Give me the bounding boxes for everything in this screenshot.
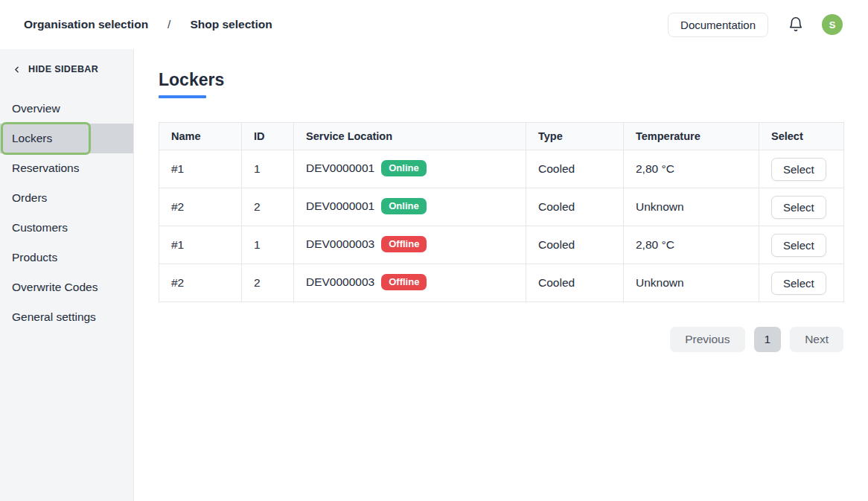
table-row: #1 1 DEV0000001Online Cooled 2,80 °C Sel… bbox=[159, 150, 844, 188]
cell-select: Select bbox=[759, 264, 844, 302]
sidebar-item-general-settings[interactable]: General settings bbox=[0, 302, 133, 332]
cell-name: #1 bbox=[159, 150, 242, 188]
cell-service-location: DEV0000001Online bbox=[294, 150, 526, 188]
chevron-left-icon bbox=[12, 65, 22, 74]
select-button[interactable]: Select bbox=[771, 196, 826, 219]
service-location-text: DEV0000003 bbox=[306, 275, 374, 288]
cell-temperature: 2,80 °C bbox=[624, 150, 759, 188]
sidebar-item-label: Overwrite Codes bbox=[12, 281, 98, 294]
sidebar-item-label: Reservations bbox=[12, 162, 79, 175]
status-badge: Online bbox=[381, 198, 426, 214]
breadcrumb-separator: / bbox=[167, 18, 170, 31]
sidebar-item-label: Lockers bbox=[12, 132, 52, 145]
main-content: Lockers Name ID Service Location Type Te… bbox=[134, 49, 868, 501]
cell-id: 1 bbox=[242, 150, 294, 188]
status-badge: Online bbox=[381, 160, 426, 176]
service-location-text: DEV0000001 bbox=[306, 162, 374, 174]
column-header-type: Type bbox=[526, 123, 624, 150]
cell-select: Select bbox=[759, 188, 844, 226]
column-header-service-location: Service Location bbox=[294, 123, 526, 150]
title-underline bbox=[159, 95, 206, 98]
cell-name: #2 bbox=[159, 264, 242, 302]
current-page-button[interactable]: 1 bbox=[754, 327, 782, 352]
avatar[interactable]: S bbox=[822, 14, 843, 35]
sidebar-item-label: General settings bbox=[12, 310, 96, 324]
cell-select: Select bbox=[759, 150, 844, 188]
status-badge: Offline bbox=[381, 274, 427, 290]
breadcrumb-organisation-selection[interactable]: Organisation selection bbox=[24, 18, 148, 31]
column-header-id: ID bbox=[242, 123, 294, 150]
breadcrumb: Organisation selection / Shop selection bbox=[24, 18, 272, 31]
breadcrumb-shop-selection[interactable]: Shop selection bbox=[190, 18, 272, 31]
cell-id: 1 bbox=[242, 226, 294, 264]
cell-temperature: Unknown bbox=[624, 264, 759, 302]
sidebar-item-lockers[interactable]: Lockers bbox=[0, 124, 133, 153]
top-bar: Organisation selection / Shop selection … bbox=[0, 0, 868, 49]
select-button[interactable]: Select bbox=[771, 272, 826, 295]
cell-name: #2 bbox=[159, 188, 242, 226]
cell-id: 2 bbox=[242, 188, 294, 226]
hide-sidebar-label: HIDE SIDEBAR bbox=[28, 64, 98, 74]
sidebar: HIDE SIDEBAR Overview Lockers Reservatio… bbox=[0, 49, 134, 501]
sidebar-item-orders[interactable]: Orders bbox=[0, 183, 133, 213]
cell-id: 2 bbox=[242, 264, 294, 302]
column-header-temperature: Temperature bbox=[624, 123, 759, 150]
notification-bell-button[interactable] bbox=[788, 16, 804, 33]
column-header-select: Select bbox=[759, 123, 844, 150]
status-badge: Offline bbox=[381, 236, 427, 252]
sidebar-item-label: Orders bbox=[12, 191, 47, 205]
table-row: #2 2 DEV0000003Offline Cooled Unknown Se… bbox=[159, 264, 844, 302]
sidebar-item-label: Products bbox=[12, 251, 57, 264]
page-title: Lockers bbox=[159, 70, 844, 90]
cell-name: #1 bbox=[159, 226, 242, 264]
sidebar-item-reservations[interactable]: Reservations bbox=[0, 153, 133, 183]
select-button[interactable]: Select bbox=[771, 158, 826, 181]
documentation-button[interactable]: Documentation bbox=[668, 13, 768, 37]
sidebar-item-customers[interactable]: Customers bbox=[0, 213, 133, 243]
next-page-button[interactable]: Next bbox=[790, 327, 843, 352]
cell-temperature: Unknown bbox=[624, 188, 759, 226]
service-location-text: DEV0000003 bbox=[306, 237, 374, 250]
service-location-text: DEV0000001 bbox=[306, 200, 374, 212]
table-header-row: Name ID Service Location Type Temperatur… bbox=[159, 123, 844, 150]
cell-type: Cooled bbox=[526, 188, 624, 226]
cell-service-location: DEV0000001Online bbox=[294, 188, 526, 226]
column-header-name: Name bbox=[159, 123, 242, 150]
pagination: Previous 1 Next bbox=[159, 327, 843, 352]
cell-select: Select bbox=[759, 226, 844, 264]
hide-sidebar-button[interactable]: HIDE SIDEBAR bbox=[0, 49, 133, 82]
sidebar-nav: Overview Lockers Reservations Orders Cus… bbox=[0, 94, 133, 332]
cell-service-location: DEV0000003Offline bbox=[294, 264, 526, 302]
page-layout: HIDE SIDEBAR Overview Lockers Reservatio… bbox=[0, 49, 868, 501]
sidebar-item-overview[interactable]: Overview bbox=[0, 94, 133, 124]
cell-type: Cooled bbox=[526, 150, 624, 188]
lockers-table: Name ID Service Location Type Temperatur… bbox=[159, 122, 844, 302]
select-button[interactable]: Select bbox=[771, 234, 826, 257]
sidebar-item-products[interactable]: Products bbox=[0, 243, 133, 272]
sidebar-item-label: Overview bbox=[12, 102, 60, 115]
cell-temperature: 2,80 °C bbox=[624, 226, 759, 264]
sidebar-item-label: Customers bbox=[12, 221, 68, 234]
bell-icon bbox=[788, 16, 804, 33]
sidebar-item-overwrite-codes[interactable]: Overwrite Codes bbox=[0, 272, 133, 302]
table-row: #1 1 DEV0000003Offline Cooled 2,80 °C Se… bbox=[159, 226, 844, 264]
cell-type: Cooled bbox=[526, 226, 624, 264]
cell-service-location: DEV0000003Offline bbox=[294, 226, 526, 264]
cell-type: Cooled bbox=[526, 264, 624, 302]
previous-page-button[interactable]: Previous bbox=[670, 327, 744, 352]
table-row: #2 2 DEV0000001Online Cooled Unknown Sel… bbox=[159, 188, 844, 226]
